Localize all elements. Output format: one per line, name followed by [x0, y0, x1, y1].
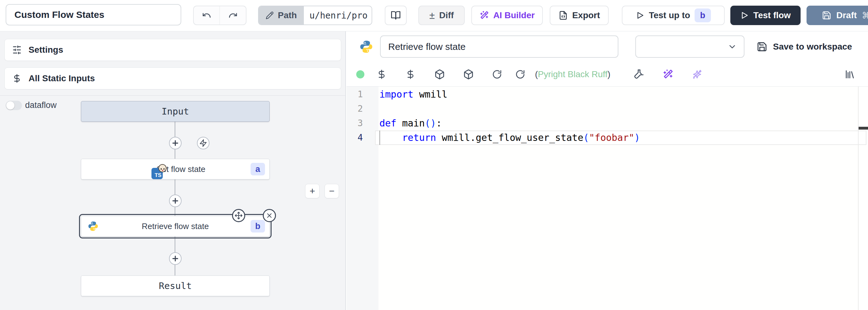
step-id-badge: a: [251, 163, 265, 175]
plus-circle-icon: [171, 254, 179, 263]
move-step-button[interactable]: [232, 209, 245, 222]
flow-editor-left-panel: Settings All Static Inputs dataflow + − …: [0, 31, 346, 310]
line-number: 1: [346, 87, 363, 102]
save-icon: [822, 11, 831, 20]
plus-circle-icon: [171, 197, 179, 205]
dollar-icon[interactable]: [405, 69, 415, 79]
insert-step-button[interactable]: [169, 195, 182, 207]
zoom-out-button[interactable]: −: [324, 184, 339, 198]
insert-step-button[interactable]: [169, 252, 182, 265]
lightning-icon: [199, 139, 207, 147]
chevron-down-icon: [727, 42, 737, 52]
undo-button[interactable]: [194, 6, 220, 25]
pencil-icon: [266, 11, 274, 20]
ai-builder-button[interactable]: AI Builder: [471, 6, 543, 25]
settings-row[interactable]: Settings: [4, 39, 341, 61]
dataflow-toggle[interactable]: [6, 101, 22, 110]
editor-toolbar: (Pyright Black Ruff): [346, 62, 868, 87]
line-number-active: 4: [346, 131, 363, 145]
path-value: u/henri/pro: [304, 6, 372, 25]
paintbrush-icon[interactable]: [634, 69, 644, 80]
move-icon: [235, 212, 243, 220]
delete-step-button[interactable]: [263, 209, 276, 222]
retrieve-node-label: Retrieve flow state: [142, 222, 209, 231]
trigger-button[interactable]: [197, 137, 210, 149]
flow-title-input[interactable]: [6, 4, 181, 25]
path-label: Path: [278, 10, 297, 20]
code-line-active: return wmill.get_flow_user_state("foobar…: [379, 131, 640, 145]
step-header: Save to workspace: [346, 31, 868, 62]
zoom-in-button[interactable]: +: [305, 184, 319, 198]
dollar-icon: [12, 74, 22, 83]
code-line: [379, 102, 640, 116]
step-editor-panel: Save to workspace (Pyright Black Ruff) 1…: [346, 31, 868, 310]
assistants-names: Pyright Black Ruff: [538, 69, 608, 79]
test-up-to-button[interactable]: Test up to b: [622, 6, 725, 25]
top-toolbar: Path u/henri/pro ± Diff AI Builder Expor…: [0, 0, 868, 31]
workspace-script-select[interactable]: [635, 35, 744, 58]
docs-button[interactable]: [385, 6, 407, 25]
result-node-label: Result: [159, 281, 192, 291]
all-static-inputs-label: All Static Inputs: [29, 74, 95, 83]
code-line: import wmill: [379, 87, 640, 102]
undo-icon: [202, 11, 211, 20]
bun-typescript-icon: TS: [151, 168, 163, 179]
save-icon: [757, 41, 767, 52]
library-icon[interactable]: [844, 69, 855, 80]
redo-button[interactable]: [220, 6, 246, 25]
package-icon[interactable]: [434, 69, 445, 80]
dataflow-label: dataflow: [25, 101, 57, 110]
line-number: 2: [346, 102, 363, 116]
package-icon[interactable]: [463, 69, 474, 80]
insert-step-button[interactable]: [169, 137, 182, 149]
draft-shortcut: ⌘S: [862, 10, 868, 21]
code-content[interactable]: import wmill def main(): return wmill.ge…: [379, 87, 640, 145]
toggle-knob: [6, 101, 14, 110]
plus-minus-icon: ±: [429, 10, 435, 20]
ai-sparkles-icon[interactable]: [692, 69, 703, 80]
close-icon: [266, 212, 273, 219]
python-icon: [88, 221, 99, 232]
plus-circle-icon: [171, 139, 179, 147]
path-button[interactable]: Path u/henri/pro: [258, 6, 372, 25]
dollar-icon[interactable]: [377, 69, 386, 79]
bun-icon: [158, 164, 166, 172]
code-line: def main():: [379, 116, 640, 131]
magic-wand-icon: [479, 11, 489, 20]
play-icon: [636, 11, 644, 20]
export-button[interactable]: Export: [550, 6, 609, 25]
graph-node-result[interactable]: Result: [81, 276, 270, 296]
sliders-icon: [12, 45, 22, 55]
save-to-workspace-label: Save to workspace: [773, 42, 852, 52]
line-number: 3: [346, 116, 363, 131]
flow-graph-canvas[interactable]: dataflow + − Input TS Set flow state a: [0, 95, 345, 310]
refresh-icon[interactable]: [492, 69, 502, 79]
all-static-inputs-row[interactable]: All Static Inputs: [4, 67, 341, 89]
step-id-badge: b: [251, 220, 265, 232]
python-icon: [359, 39, 373, 54]
draft-label: Draft: [836, 10, 857, 20]
settings-label: Settings: [29, 45, 63, 55]
refresh-icon[interactable]: [515, 69, 525, 79]
graph-node-input[interactable]: Input: [81, 101, 270, 122]
export-label: Export: [572, 10, 600, 20]
test-up-to-label: Test up to: [649, 10, 690, 20]
magic-wand-icon[interactable]: [662, 69, 673, 80]
graph-node-set-flow-state[interactable]: TS Set flow state a: [81, 159, 270, 179]
overview-ruler-cursor-marker: [859, 127, 868, 130]
save-to-workspace-button[interactable]: Save to workspace: [757, 35, 852, 58]
diff-button[interactable]: ± Diff: [418, 6, 465, 25]
redo-icon: [228, 11, 238, 20]
file-code-icon: [558, 11, 568, 20]
step-name-input[interactable]: [380, 35, 618, 58]
save-draft-button[interactable]: Draft ⌘S: [807, 6, 868, 25]
undo-redo-group: [193, 6, 246, 25]
test-flow-label: Test flow: [753, 10, 790, 20]
book-open-icon: [391, 10, 401, 20]
minimap-divider: [858, 87, 859, 310]
code-editor[interactable]: 1 2 3 4 import wmill def main(): return …: [346, 87, 868, 310]
test-flow-button[interactable]: Test flow: [730, 6, 801, 25]
status-dot: [356, 70, 364, 79]
ai-builder-label: AI Builder: [493, 10, 535, 20]
path-label-segment: Path: [259, 6, 304, 25]
